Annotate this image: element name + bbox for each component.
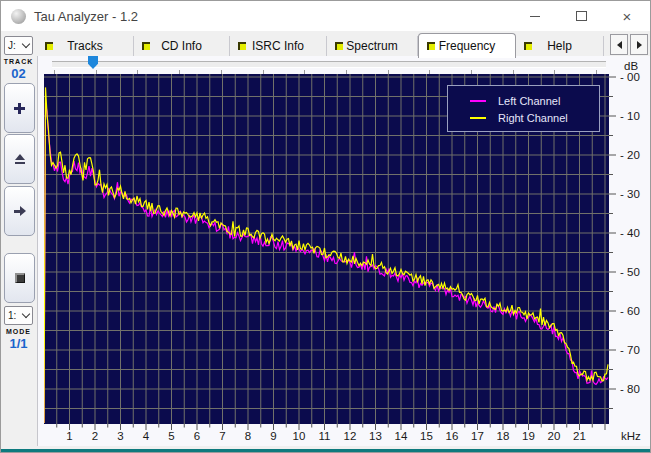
stop-button[interactable] bbox=[4, 253, 35, 303]
x-tick-label: 2 bbox=[92, 430, 98, 442]
tab-flag-icon bbox=[238, 42, 246, 50]
chevron-down-icon bbox=[22, 40, 30, 48]
mode-label: MODE bbox=[3, 328, 34, 335]
position-slider-track[interactable] bbox=[52, 61, 606, 68]
tab-label: CD Info bbox=[161, 39, 202, 53]
legend-row-left-channel: Left Channel bbox=[448, 92, 599, 109]
title-bar: Tau Analyzer - 1.2 × bbox=[1, 1, 650, 31]
chart-legend: Left Channel Right Channel bbox=[447, 85, 600, 132]
tab-strip: TracksCD InfoISRC InfoSpectrumFrequencyH… bbox=[37, 32, 650, 58]
right-channel-swatch bbox=[470, 117, 486, 119]
x-tick-label: 7 bbox=[219, 430, 225, 442]
drive-combo[interactable]: J: bbox=[4, 36, 33, 55]
tab-label: Tracks bbox=[67, 39, 103, 53]
x-tick-label: 16 bbox=[446, 430, 459, 442]
tab-label: Spectrum bbox=[346, 39, 397, 53]
frequency-chart: 123456789101112131415161718192021kHz- 00… bbox=[44, 58, 651, 448]
x-tick-label: 19 bbox=[522, 430, 535, 442]
x-tick-label: 4 bbox=[143, 430, 150, 442]
tab-scrollers bbox=[608, 32, 650, 57]
tab-help[interactable]: Help bbox=[516, 36, 604, 57]
x-tick-label: 11 bbox=[319, 430, 331, 442]
track-value: 02 bbox=[3, 66, 34, 81]
x-axis-unit-label: kHz bbox=[621, 430, 641, 442]
arrow-right-icon bbox=[14, 206, 26, 216]
close-button[interactable]: × bbox=[604, 1, 650, 31]
maximize-button[interactable] bbox=[558, 1, 604, 31]
frequency-panel: 123456789101112131415161718192021kHz- 00… bbox=[37, 56, 650, 446]
window-title: Tau Analyzer - 1.2 bbox=[34, 9, 138, 24]
x-tick-label: 14 bbox=[395, 430, 408, 442]
x-tick-label: 15 bbox=[420, 430, 433, 442]
close-icon: × bbox=[623, 9, 632, 24]
x-tick-label: 5 bbox=[168, 430, 174, 442]
eject-icon bbox=[15, 154, 25, 164]
tab-cd-info[interactable]: CD Info bbox=[134, 36, 230, 57]
eject-button[interactable] bbox=[4, 134, 35, 184]
tab-label: ISRC Info bbox=[252, 39, 304, 53]
x-tick-label: 8 bbox=[245, 430, 251, 442]
minimize-icon bbox=[530, 16, 540, 17]
y-tick-label: - 20 bbox=[620, 149, 640, 161]
app-sphere-icon bbox=[11, 9, 26, 24]
triangle-left-icon bbox=[617, 41, 622, 49]
chevron-down-icon bbox=[22, 310, 30, 318]
minimize-button[interactable] bbox=[512, 1, 558, 31]
legend-row-right-channel: Right Channel bbox=[448, 109, 599, 126]
tab-flag-icon bbox=[142, 42, 150, 50]
window-controls: × bbox=[512, 1, 650, 31]
mode-combo[interactable]: 1: bbox=[4, 306, 33, 325]
next-button[interactable] bbox=[4, 186, 35, 236]
tab-spectrum[interactable]: Spectrum bbox=[327, 36, 418, 57]
tab-label: Help bbox=[547, 39, 572, 53]
legend-label: Left Channel bbox=[498, 95, 560, 107]
x-tick-label: 21 bbox=[573, 430, 586, 442]
x-tick-label: 17 bbox=[471, 430, 484, 442]
tab-scroll-right-button[interactable] bbox=[630, 34, 648, 55]
maximize-icon bbox=[576, 11, 587, 21]
app-window: Tau Analyzer - 1.2 × TracksCD InfoISRC I… bbox=[0, 0, 651, 453]
tab-scroll-left-button[interactable] bbox=[610, 34, 628, 55]
tab-isrc-info[interactable]: ISRC Info bbox=[230, 36, 327, 57]
tab-flag-icon bbox=[427, 42, 435, 50]
x-tick-label: 18 bbox=[497, 430, 510, 442]
y-tick-label: - 70 bbox=[620, 344, 640, 356]
x-tick-label: 20 bbox=[548, 430, 561, 442]
tab-tracks[interactable]: Tracks bbox=[37, 36, 134, 57]
x-tick-label: 10 bbox=[293, 430, 306, 442]
mode-value: 1/1 bbox=[3, 336, 34, 351]
y-tick-label: - 30 bbox=[620, 188, 640, 200]
tab-flag-icon bbox=[45, 42, 53, 50]
stop-icon bbox=[15, 273, 25, 283]
drive-combo-value: J: bbox=[8, 40, 16, 51]
left-channel-swatch bbox=[470, 100, 486, 102]
triangle-right-icon bbox=[637, 41, 642, 49]
x-tick-label: 1 bbox=[66, 430, 72, 442]
legend-label: Right Channel bbox=[498, 112, 568, 124]
x-tick-label: 6 bbox=[194, 430, 200, 442]
track-label: TRACK bbox=[3, 58, 34, 65]
tab-label: Frequency bbox=[439, 39, 496, 53]
tab-frequency[interactable]: Frequency bbox=[418, 33, 516, 58]
x-tick-label: 9 bbox=[270, 430, 276, 442]
x-tick-label: 3 bbox=[117, 430, 123, 442]
y-tick-label: - 10 bbox=[620, 110, 640, 122]
sidebar: J: TRACK 02 1: MODE 1/1 bbox=[3, 34, 34, 446]
x-tick-label: 13 bbox=[369, 430, 382, 442]
mode-combo-value: 1: bbox=[8, 310, 16, 321]
slider-ticks bbox=[38, 70, 650, 74]
x-tick-label: 12 bbox=[344, 430, 357, 442]
tab-flag-icon bbox=[335, 42, 343, 50]
y-tick-label: - 40 bbox=[620, 227, 640, 239]
y-tick-label: - 60 bbox=[620, 305, 640, 317]
window-bottom-edge bbox=[1, 449, 650, 452]
y-tick-label: - 80 bbox=[620, 383, 640, 395]
plus-icon bbox=[14, 103, 25, 114]
add-button[interactable] bbox=[4, 83, 35, 133]
tab-flag-icon bbox=[524, 42, 532, 50]
y-tick-label: - 50 bbox=[620, 266, 640, 278]
